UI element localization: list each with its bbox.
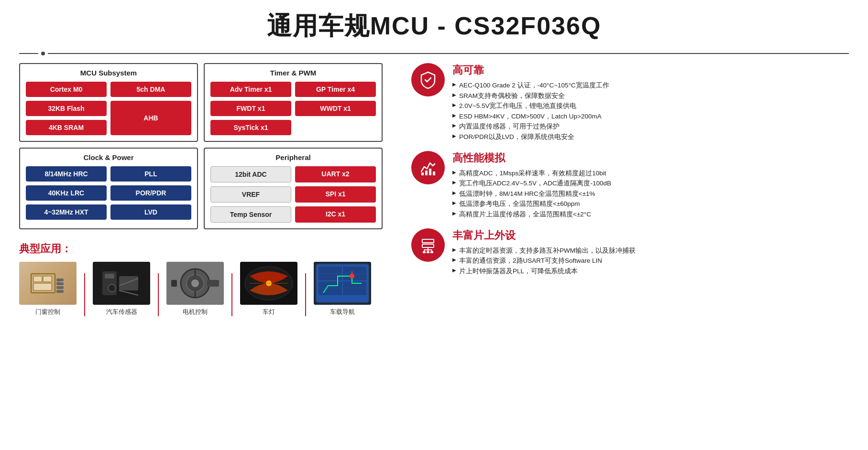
app-divider-2 bbox=[158, 273, 159, 316]
svg-rect-43 bbox=[422, 244, 434, 247]
block-adc: 12bit ADC bbox=[210, 166, 291, 182]
app-image-navi bbox=[314, 262, 371, 305]
mcu-grid: Cortex M0 32KB Flash 4KB SRAM 5ch DMA AH… bbox=[26, 82, 191, 135]
svg-rect-41 bbox=[433, 171, 435, 175]
feature-analog: 高性能模拟 高精度ADC，1Msps采样速率，有效精度超过10bit 宽工作电压… bbox=[411, 151, 849, 220]
shield-svg bbox=[418, 70, 438, 89]
reliable-list: AEC-Q100 Grade 2 认证，-40°C~105°C宽温度工作 SRA… bbox=[452, 80, 849, 142]
reliable-title: 高可靠 bbox=[452, 63, 849, 77]
app-image-door bbox=[19, 262, 77, 305]
analog-item-2: 低温漂时钟，8M/14M HRC全温范围精度<±1% bbox=[452, 189, 849, 199]
app-label-door: 门窗控制 bbox=[35, 308, 60, 316]
reliable-item-2: 2.0V~5.5V宽工作电压，锂电池直接供电 bbox=[452, 101, 849, 111]
svg-rect-23 bbox=[171, 280, 177, 287]
svg-rect-42 bbox=[422, 239, 434, 243]
reliable-item-1: SRAM支持奇偶校验，保障数据安全 bbox=[452, 91, 849, 101]
timer-pwm-box: Timer & PWM Adv Timer x1 GP Timer x4 FWD… bbox=[204, 63, 383, 142]
img-door bbox=[19, 262, 77, 305]
reliable-item-4: 内置温度传感器，可用于过热保护 bbox=[452, 121, 849, 132]
navi-svg bbox=[314, 262, 371, 305]
peripheral-title: Peripheral bbox=[210, 153, 376, 161]
mcu-subsystem-box: MCU Subsystem Cortex M0 32KB Flash 4KB S… bbox=[19, 63, 198, 142]
block-lvd: LVD bbox=[110, 204, 191, 220]
svg-rect-1 bbox=[33, 276, 42, 282]
app-divider-1 bbox=[84, 273, 85, 316]
block-adv-timer: Adv Timer x1 bbox=[210, 82, 291, 97]
app-item-sensor: 汽车传感器 bbox=[93, 262, 150, 316]
app-divider-3 bbox=[231, 273, 232, 316]
reliable-content: 高可靠 AEC-Q100 Grade 2 认证，-40°C~105°C宽温度工作… bbox=[452, 63, 849, 142]
mcu-left: Cortex M0 32KB Flash 4KB SRAM bbox=[26, 82, 107, 135]
app-image-light bbox=[240, 262, 297, 305]
app-divider-4 bbox=[305, 273, 306, 316]
block-fwdt: FWDT x1 bbox=[210, 101, 291, 116]
img-navi bbox=[314, 262, 371, 305]
title-line-right bbox=[48, 53, 849, 54]
block-4kb-sram: 4KB SRAM bbox=[26, 120, 107, 135]
peripheral-icon bbox=[411, 228, 445, 262]
analog-content: 高性能模拟 高精度ADC，1Msps采样速率，有效精度超过10bit 宽工作电压… bbox=[452, 151, 849, 220]
peripheral-list: 丰富的定时器资源，支持多路互补PWM输出，以及脉冲捕获 丰富的通信资源，2路US… bbox=[452, 246, 849, 277]
right-section: 高可靠 AEC-Q100 Grade 2 认证，-40°C~105°C宽温度工作… bbox=[402, 63, 849, 316]
svg-rect-8 bbox=[56, 290, 64, 293]
chart-svg bbox=[418, 158, 438, 177]
block-gp-timer: GP Timer x4 bbox=[295, 82, 376, 97]
app-image-sensor bbox=[93, 262, 150, 305]
app-item-light: 车灯 bbox=[240, 262, 297, 316]
block-cortex-m0: Cortex M0 bbox=[26, 82, 107, 97]
svg-rect-5 bbox=[56, 279, 64, 281]
block-temp-sensor: Temp Sensor bbox=[210, 206, 291, 223]
svg-rect-40 bbox=[429, 169, 431, 175]
block-wwdt: WWDT x1 bbox=[295, 101, 376, 116]
svg-point-13 bbox=[108, 284, 116, 292]
peripheral-item-1: 丰富的通信资源，2路USART可支持Software LIN bbox=[452, 256, 849, 266]
svg-rect-49 bbox=[423, 251, 426, 253]
block-uart: UART x2 bbox=[295, 166, 376, 182]
block-pll: PLL bbox=[110, 166, 191, 182]
peripheral-item-2: 片上时钟振荡器及PLL，可降低系统成本 bbox=[452, 266, 849, 277]
block-systick: SysTick x1 bbox=[210, 120, 291, 135]
img-motor bbox=[166, 262, 224, 305]
network-svg bbox=[418, 236, 438, 255]
timer-pwm-title: Timer & PWM bbox=[210, 69, 376, 77]
typical-apps-title: 典型应用： bbox=[19, 242, 383, 256]
peripheral-grid: 12bit ADC UART x2 VREF SPI x1 Temp Senso… bbox=[210, 166, 376, 223]
block-i2c: I2C x1 bbox=[295, 206, 376, 223]
svg-rect-11 bbox=[105, 274, 114, 279]
reliable-icon bbox=[411, 63, 445, 96]
clock-grid: 8/14MHz HRC PLL 40KHz LRC POR/PDR 4~32MH… bbox=[26, 166, 191, 220]
analog-item-3: 低温漂参考电压，全温范围精度<±60ppm bbox=[452, 199, 849, 209]
block-hxt: 4~32MHz HXT bbox=[26, 204, 107, 220]
reliable-item-0: AEC-Q100 Grade 2 认证，-40°C~105°C宽温度工作 bbox=[452, 80, 849, 91]
apps-row: 门窗控制 bbox=[19, 262, 383, 316]
analog-icon bbox=[411, 151, 445, 184]
door-svg bbox=[29, 269, 67, 298]
title-divider bbox=[19, 52, 849, 55]
left-section: MCU Subsystem Cortex M0 32KB Flash 4KB S… bbox=[19, 63, 383, 316]
app-label-light: 车灯 bbox=[263, 308, 275, 316]
block-hrc: 8/14MHz HRC bbox=[26, 166, 107, 182]
svg-rect-39 bbox=[425, 171, 428, 175]
peripheral-item-0: 丰富的定时器资源，支持多路互补PWM输出，以及脉冲捕获 bbox=[452, 246, 849, 256]
svg-rect-2 bbox=[43, 276, 52, 282]
block-spi: SPI x1 bbox=[295, 186, 376, 203]
svg-rect-38 bbox=[421, 172, 424, 175]
app-item-door: 门窗控制 bbox=[19, 262, 77, 316]
peripheral-title-text: 丰富片上外设 bbox=[452, 228, 849, 243]
clock-power-title: Clock & Power bbox=[26, 153, 191, 161]
block-ahb: AHB bbox=[110, 101, 191, 135]
svg-rect-3 bbox=[33, 283, 52, 290]
feature-reliable: 高可靠 AEC-Q100 Grade 2 认证，-40°C~105°C宽温度工作… bbox=[411, 63, 849, 142]
motor-svg bbox=[166, 262, 224, 305]
app-label-navi: 车载导航 bbox=[330, 308, 355, 316]
timer-grid: Adv Timer x1 GP Timer x4 FWDT x1 WWDT x1… bbox=[210, 82, 376, 135]
page-container: 通用车规MCU - CS32F036Q MCU Subsystem Cortex… bbox=[0, 0, 868, 450]
svg-rect-7 bbox=[56, 286, 64, 289]
app-image-motor bbox=[166, 262, 224, 305]
block-5ch-dma: 5ch DMA bbox=[110, 82, 191, 97]
img-sensor bbox=[93, 262, 150, 305]
svg-rect-12 bbox=[119, 276, 138, 290]
analog-title: 高性能模拟 bbox=[452, 151, 849, 165]
top-diagram-row: MCU Subsystem Cortex M0 32KB Flash 4KB S… bbox=[19, 63, 383, 142]
bottom-diagram-row: Clock & Power 8/14MHz HRC PLL 40KHz LRC … bbox=[19, 148, 383, 229]
